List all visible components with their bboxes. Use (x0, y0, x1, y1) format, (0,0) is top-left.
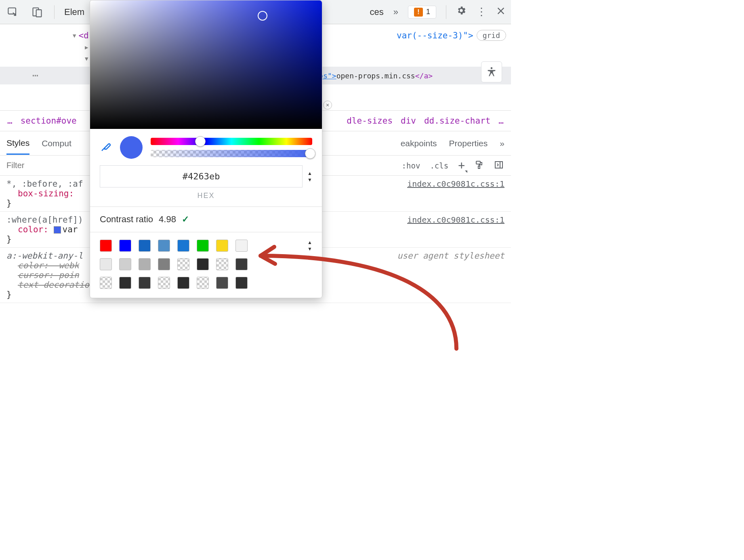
brace: } (6, 234, 12, 244)
paint-icon[interactable] (475, 160, 484, 171)
breadcrumb-ellipsis-right[interactable]: … (498, 116, 504, 126)
more-subtabs-chevron-icon[interactable]: » (500, 139, 504, 148)
palette-swatch[interactable] (100, 258, 112, 270)
hue-thumb[interactable] (195, 136, 206, 147)
css-property[interactable]: box-sizing: (6, 189, 74, 198)
tab-styles[interactable]: Styles (6, 138, 29, 155)
palette-swatch[interactable] (158, 240, 170, 252)
breadcrumb-item[interactable]: dle-sizes (347, 116, 393, 126)
palette-swatch[interactable] (119, 277, 131, 289)
dom-tag: <d (78, 31, 88, 40)
palette-cycle-icon[interactable]: ▲▼ (307, 240, 312, 252)
grid-badge[interactable]: grid (477, 30, 506, 41)
caret-down-icon[interactable]: ▼ (85, 55, 88, 62)
palette-swatch[interactable] (158, 258, 170, 270)
swatch-row (100, 258, 312, 270)
hue-slider[interactable] (151, 138, 312, 145)
breadcrumb-ellipsis-left[interactable]: … (7, 116, 13, 126)
contrast-label: Contrast ratio (100, 214, 153, 225)
palette-swatch[interactable] (197, 277, 209, 289)
palette-swatch[interactable] (139, 258, 151, 270)
brace: } (6, 290, 12, 299)
css-property[interactable]: color: (6, 225, 48, 234)
alpha-slider[interactable] (151, 150, 312, 157)
palette-swatch[interactable] (177, 277, 189, 289)
breadcrumb-item[interactable]: section#ove (21, 116, 77, 126)
dom-text: open-props.min.css (336, 72, 415, 80)
issues-badge[interactable]: 1 (408, 6, 436, 19)
palette-swatch[interactable] (197, 240, 209, 252)
palette-swatch[interactable] (100, 277, 112, 289)
svg-rect-5 (478, 166, 480, 168)
alpha-thumb[interactable] (305, 148, 315, 159)
dom-attr: var(--size-3)"> (397, 31, 473, 40)
palette-swatch[interactable] (235, 277, 248, 289)
palette-swatch[interactable] (177, 258, 189, 270)
css-property-overridden: color: -webk (6, 261, 79, 270)
brace: } (6, 198, 12, 208)
current-color-circle (120, 136, 143, 159)
kebab-menu-icon[interactable]: ⋮ (476, 6, 487, 18)
color-swatch[interactable] (54, 226, 61, 234)
tab-breakpoints[interactable]: eakpoints (401, 139, 437, 148)
hex-label: HEX (90, 192, 322, 200)
device-toolbar-icon[interactable] (30, 5, 44, 19)
palette-swatch[interactable] (139, 277, 151, 289)
palette-swatch[interactable] (235, 240, 248, 252)
palette-swatch[interactable] (119, 240, 131, 252)
delete-pill-icon[interactable]: × (323, 101, 332, 109)
svg-rect-6 (495, 162, 502, 168)
contrast-value: 4.98 (159, 214, 176, 225)
palette-swatch[interactable] (139, 240, 151, 252)
inspect-element-icon[interactable] (6, 5, 20, 19)
saturation-value-field[interactable] (90, 0, 322, 129)
check-icon: ✓ (182, 214, 189, 225)
palette-swatch[interactable] (235, 258, 248, 270)
new-style-rule-icon[interactable]: + (458, 159, 465, 172)
accessibility-icon[interactable] (481, 61, 502, 82)
css-property-overridden: cursor: poin (6, 270, 79, 280)
tab-sources-partial[interactable]: ces (370, 7, 383, 17)
source-link[interactable]: index.c0c9081c.css:1 (407, 179, 504, 189)
source-link[interactable]: index.c0c9081c.css:1 (407, 215, 504, 225)
settings-gear-icon[interactable] (456, 5, 467, 19)
color-picker-popover: ▲▼ HEX Contrast ratio 4.98 ✓ ▲▼ (90, 0, 322, 298)
palette-swatch[interactable] (216, 240, 228, 252)
palette-swatches: ▲▼ (90, 232, 322, 298)
caret-down-icon[interactable]: ▼ (73, 32, 76, 39)
palette-swatch[interactable] (177, 240, 189, 252)
selector: *, :before, :af (6, 179, 83, 189)
svg-point-3 (491, 67, 493, 69)
palette-swatch[interactable] (216, 277, 228, 289)
tab-elements[interactable]: Elem (64, 7, 84, 17)
contrast-ratio-row[interactable]: Contrast ratio 4.98 ✓ (90, 206, 322, 232)
hov-toggle[interactable]: :hov (402, 161, 420, 170)
tab-properties[interactable]: Properties (449, 139, 488, 148)
breadcrumb-item[interactable]: div (401, 116, 416, 126)
computed-panel-icon[interactable] (494, 160, 504, 171)
palette-swatch[interactable] (100, 240, 112, 252)
svg-rect-4 (476, 161, 480, 164)
svg-rect-2 (36, 10, 42, 17)
issues-count: 1 (426, 8, 430, 16)
palette-swatch[interactable] (216, 258, 228, 270)
breadcrumb-item[interactable]: dd.size-chart (424, 116, 490, 126)
swatch-row: ▲▼ (100, 240, 312, 252)
svg-rect-0 (8, 8, 16, 14)
ellipsis-icon[interactable]: ⋯ (32, 70, 38, 81)
palette-swatch[interactable] (197, 258, 209, 270)
tab-computed[interactable]: Comput (42, 139, 71, 148)
palette-swatch[interactable] (158, 277, 170, 289)
palette-swatch[interactable] (119, 258, 131, 270)
close-devtools-icon[interactable] (496, 6, 505, 18)
format-cycle-icon[interactable]: ▲▼ (307, 171, 312, 183)
caret-right-icon[interactable]: ▶ (85, 44, 88, 51)
more-tabs-chevron-icon[interactable]: » (393, 7, 398, 17)
hex-input[interactable] (100, 165, 303, 187)
sv-cursor[interactable] (258, 11, 267, 21)
eyedropper-icon[interactable] (100, 141, 112, 155)
selector: :where(a[href]) (6, 215, 83, 225)
css-value[interactable]: var (63, 225, 78, 234)
cls-toggle[interactable]: .cls (430, 161, 448, 170)
css-property-overridden: text-decoration (6, 280, 95, 290)
